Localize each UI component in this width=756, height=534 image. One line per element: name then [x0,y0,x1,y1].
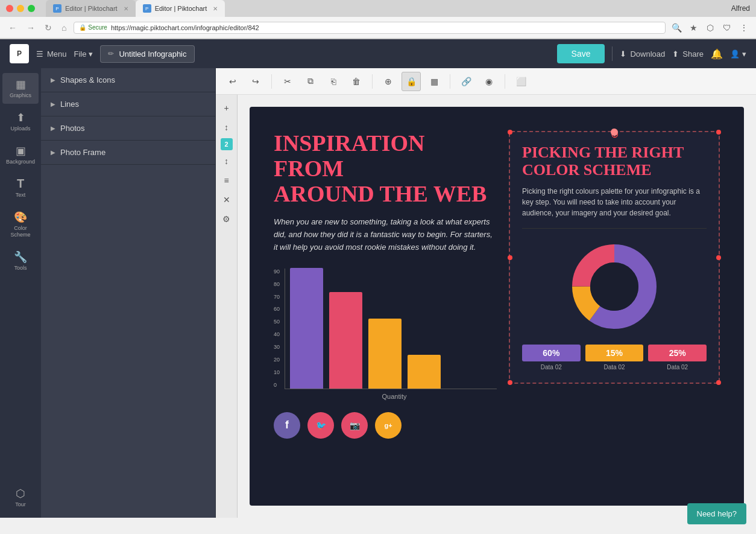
y-label-20: 20 [274,357,280,363]
app-logo: P [10,44,29,63]
sidebar-label-uploads: Uploads [10,126,30,132]
twitter-icon[interactable]: 🐦 [307,412,334,439]
photos-label: Photos [60,124,84,133]
sidebar-label-color-scheme: Color Scheme [5,225,36,238]
toolbar-divider [612,46,613,61]
maximize-window-button[interactable] [28,5,35,12]
menu-button[interactable]: ☰ Menu [36,49,67,59]
extensions-icon[interactable]: ⬡ [704,22,716,34]
sidebar-label-tools: Tools [14,265,27,272]
editor-area: ↩ ↪ ✂ ⧉ ⎗ 🗑 ⊕ 🔒 ▦ 🔗 ◉ ⬜ + [216,68,756,518]
add-button[interactable]: ⊕ [379,72,398,91]
y-label-90: 90 [274,269,280,275]
photos-header[interactable]: ▶ Photos [41,116,215,140]
share-icon: ⬆ [672,49,679,59]
sidebar-item-tools[interactable]: 🔧 Tools [2,246,39,276]
sidebar-item-graphics[interactable]: ▦ Graphics [2,73,39,104]
new-tab-button[interactable] [225,5,261,17]
browser-tab-1[interactable]: P Editor | Piktochart ✕ [46,0,136,17]
handle-top-center[interactable] [611,129,618,136]
inspiration-body: When you are new to something, taking a … [274,216,497,253]
tab-close-1[interactable]: ✕ [124,5,128,12]
sidebar-item-tour[interactable]: ⬡ Tour [2,482,39,513]
sidebar-item-background[interactable]: ▣ Background [2,139,39,170]
panel-collapse-handle[interactable]: ◀ [215,281,216,305]
browser-tab-2[interactable]: P Editor | Piktochart ✕ [136,0,225,17]
handle-top-left[interactable] [508,130,512,135]
chevron-right-icon-2: ▶ [51,101,55,107]
download-icon: ⬇ [620,49,626,59]
handle-middle-right[interactable] [716,255,721,260]
zoom-in-button[interactable]: + [218,100,235,116]
shapes-icons-label: Shapes & Icons [60,75,115,84]
lines-header[interactable]: ▶ Lines [41,92,215,116]
bar-3 [368,319,402,389]
tab-close-2[interactable]: ✕ [213,5,218,12]
stat-item-3: 25% Data 02 [648,345,707,370]
shapes-icons-section: ▶ Shapes & Icons [41,68,215,92]
googleplus-icon[interactable]: g+ [375,412,402,439]
sidebar-label-background: Background [6,159,35,165]
page-gear-button[interactable]: ⚙ [218,211,235,227]
sidebar-item-color-scheme[interactable]: 🎨 Color Scheme [2,206,39,243]
minimize-window-button[interactable] [17,5,24,12]
handle-middle-left[interactable] [508,255,512,260]
y-label-40: 40 [274,331,280,337]
toolbar-divider-4 [505,74,505,89]
shield-icon[interactable]: 🛡 [721,22,733,34]
photo-frame-header[interactable]: ▶ Photo Frame [41,141,215,164]
sidebar-item-uploads[interactable]: ⬆ Uploads [2,106,39,137]
chart-x-label: Quantity [292,393,497,400]
graphics-panel: ▶ Shapes & Icons ▶ Lines ▶ Photos ▶ [41,68,216,518]
handle-top-right[interactable] [716,130,721,135]
settings-icon[interactable]: ⋮ [738,22,750,34]
bar-chart: 90 80 70 60 50 40 30 20 [274,269,497,400]
handle-bottom-right[interactable] [716,380,721,385]
settings-button[interactable]: ◉ [479,72,499,91]
delete-button[interactable]: 🗑 [347,72,366,91]
need-help-button[interactable]: Need help? [687,503,747,524]
bookmark-icon[interactable]: ★ [687,22,699,34]
save-button[interactable]: Save [557,44,605,63]
toolbar-divider-1 [271,74,272,89]
home-button[interactable]: ⌂ [59,22,69,34]
handle-bottom-left[interactable] [508,380,512,385]
undo-button[interactable]: ↩ [223,72,242,91]
back-button[interactable]: ← [6,22,19,34]
instagram-icon[interactable]: 📷 [341,412,368,439]
y-label-70: 70 [274,294,280,300]
color-scheme-title: PICKING THE RIGHTCOLOR SCHEME [522,144,707,179]
grid-button[interactable]: ▦ [424,72,444,91]
shapes-icons-header[interactable]: ▶ Shapes & Icons [41,68,215,92]
properties-button[interactable]: ⬜ [511,72,531,91]
address-bar[interactable]: 🔒 Secure https://magic.piktochart.com/in… [74,22,666,34]
zoom-out-button[interactable]: ↕ [218,119,235,136]
lock-button[interactable]: 🔒 [402,72,421,91]
top-toolbar: P ☰ Menu File ▾ ✏ Untitled Infographic S… [0,39,756,68]
tools-icon: 🔧 [14,250,27,264]
hamburger-icon: ☰ [36,49,43,59]
copy-button[interactable]: ⧉ [301,72,320,91]
page-close-button[interactable]: ✕ [218,191,235,208]
paste-button[interactable]: ⎗ [324,72,343,91]
share-button[interactable]: ⬆ Share [672,49,704,59]
notifications-icon[interactable]: 🔔 [711,48,723,60]
page-settings-button[interactable]: ≡ [218,172,235,189]
search-icon[interactable]: 🔍 [670,22,682,34]
link-button[interactable]: 🔗 [456,72,476,91]
close-window-button[interactable] [6,5,13,12]
page-down-button[interactable]: ↕ [218,153,235,170]
forward-button[interactable]: → [24,22,37,34]
sidebar-item-text[interactable]: T Text [2,172,39,203]
document-title[interactable]: ✏ Untitled Infographic [100,45,194,63]
download-button[interactable]: ⬇ Download [620,49,665,59]
file-button[interactable]: File ▾ [74,49,93,59]
stats-row: 60% Data 02 15% Data 02 25% [522,345,707,370]
y-label-60: 60 [274,306,280,312]
reload-button[interactable]: ↻ [42,22,54,34]
cut-button[interactable]: ✂ [278,72,297,91]
redo-button[interactable]: ↪ [246,72,265,91]
user-menu-button[interactable]: 👤 ▾ [730,49,746,59]
facebook-icon[interactable]: f [274,412,300,439]
sidebar-bottom: ⬡ Tour [2,482,39,513]
